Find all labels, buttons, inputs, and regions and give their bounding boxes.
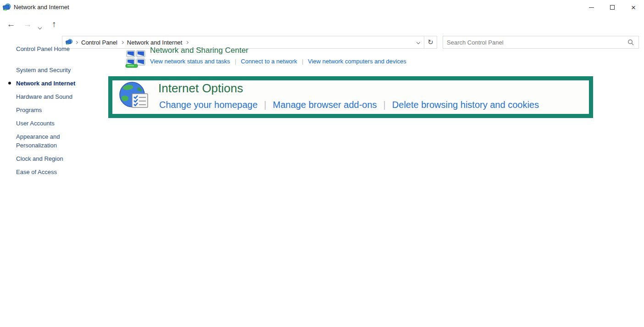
minimize-button[interactable] (581, 0, 602, 15)
breadcrumb-control-panel[interactable]: Control Panel (79, 39, 119, 46)
link-view-network-computers[interactable]: View network computers and devices (308, 58, 406, 65)
refresh-button[interactable]: ↻ (424, 36, 437, 48)
link-connect-to-network[interactable]: Connect to a network (241, 58, 297, 65)
control-panel-icon (2, 3, 11, 12)
breadcrumb-separator-icon (121, 40, 124, 44)
forward-button: → (21, 18, 34, 31)
link-separator: | (235, 58, 236, 65)
sidebar-item-clock-and-region[interactable]: Clock and Region (16, 152, 99, 165)
minimize-icon (589, 7, 594, 8)
link-view-network-status[interactable]: View network status and tasks (150, 58, 230, 65)
window-title: Network and Internet (14, 4, 69, 11)
sidebar-item-label: Network and Internet (16, 80, 75, 87)
address-dropdown-button[interactable] (413, 36, 424, 48)
control-panel-small-icon (65, 39, 73, 46)
up-button[interactable]: ↑ (48, 18, 61, 31)
sidebar-item-ease-of-access[interactable]: Ease of Access (16, 165, 99, 179)
network-sharing-center-title[interactable]: Network and Sharing Center (150, 46, 406, 55)
breadcrumb-separator-icon[interactable] (185, 40, 189, 44)
network-sharing-center-icon (125, 47, 147, 69)
link-separator: | (264, 100, 266, 110)
sidebar-item-appearance-and-personalization[interactable]: Appearance and Personalization (16, 130, 99, 152)
internet-options-icon (118, 81, 150, 112)
link-delete-browsing-history[interactable]: Delete browsing history and cookies (392, 100, 539, 110)
link-change-homepage[interactable]: Change your homepage (159, 100, 258, 110)
sidebar: Control Panel Home System and Security N… (16, 45, 99, 179)
chevron-down-icon (416, 40, 420, 44)
navigation-bar: ← → ↑ Control Panel Network and Internet… (0, 17, 644, 34)
link-separator: | (302, 58, 303, 65)
internet-options-links: Change your homepage|Manage browser add-… (159, 100, 539, 110)
section-network-and-sharing-center: Network and Sharing Center View network … (125, 46, 406, 65)
search-box[interactable] (443, 36, 639, 49)
link-manage-addons[interactable]: Manage browser add-ons (273, 100, 377, 110)
caption-buttons: × (581, 0, 644, 15)
section-internet-options-highlighted: Internet Options Change your homepage|Ma… (108, 76, 593, 118)
internet-options-title[interactable]: Internet Options (158, 81, 243, 96)
breadcrumb-network-and-internet[interactable]: Network and Internet (125, 39, 184, 46)
maximize-icon (610, 5, 615, 10)
recent-pages-dropdown[interactable] (39, 23, 41, 31)
title-bar: Network and Internet × (0, 0, 644, 15)
network-sharing-center-links: View network status and tasks|Connect to… (150, 58, 406, 65)
sidebar-item-hardware-and-sound[interactable]: Hardware and Sound (16, 90, 99, 103)
chevron-down-icon (38, 26, 42, 29)
close-button[interactable]: × (623, 0, 644, 15)
sidebar-item-programs[interactable]: Programs (16, 103, 99, 117)
breadcrumb-separator-icon (75, 40, 78, 44)
sidebar-control-panel-home[interactable]: Control Panel Home (16, 45, 99, 52)
sidebar-item-network-and-internet[interactable]: Network and Internet (16, 77, 99, 90)
active-bullet-icon (8, 82, 11, 85)
sidebar-item-system-and-security[interactable]: System and Security (16, 63, 99, 77)
back-button[interactable]: ← (5, 18, 17, 31)
search-input[interactable] (443, 39, 627, 46)
close-icon: × (631, 4, 636, 11)
link-separator: | (383, 100, 386, 110)
search-icon[interactable] (627, 39, 634, 45)
maximize-button[interactable] (602, 0, 623, 15)
sidebar-item-user-accounts[interactable]: User Accounts (16, 117, 99, 130)
